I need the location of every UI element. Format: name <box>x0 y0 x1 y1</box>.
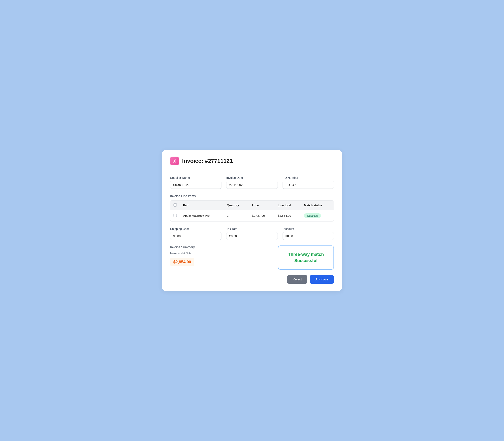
col-quantity: Quantity <box>224 201 248 210</box>
row-item: Apple MacBook Pro <box>180 210 224 221</box>
row-match-status: Success <box>301 210 334 221</box>
top-fields-row: Supplier Name Invoice Date PO Number <box>170 176 334 189</box>
tax-input[interactable] <box>226 232 277 240</box>
row-price: $1,427.00 <box>248 210 275 221</box>
invoice-date-label: Invoice Date <box>226 176 277 179</box>
row-checkbox-cell <box>170 210 180 221</box>
match-result-line2: Successful <box>294 258 318 263</box>
col-price: Price <box>248 201 275 210</box>
po-number-label: PO Number <box>283 176 334 179</box>
shipping-field-group: Shipping Cost <box>170 227 221 240</box>
col-checkbox <box>170 201 180 210</box>
card-header: Invoice: #27711121 <box>170 157 334 165</box>
supplier-input[interactable] <box>170 181 221 189</box>
col-match-status: Match status <box>301 201 334 210</box>
row-line-total: $2,854.00 <box>275 210 301 221</box>
svg-point-0 <box>174 159 175 161</box>
invoice-card: Invoice: #27711121 Supplier Name Invoice… <box>162 150 342 291</box>
discount-input[interactable] <box>283 232 334 240</box>
supplier-field-group: Supplier Name <box>170 176 221 189</box>
header-checkbox[interactable] <box>173 203 177 206</box>
header-divider <box>170 170 334 170</box>
invoice-date-field-group: Invoice Date <box>226 176 277 189</box>
discount-label: Discount <box>283 227 334 231</box>
row-checkbox[interactable] <box>173 214 177 217</box>
match-result-line1: Three-way match <box>288 252 324 257</box>
summary-section-label: Invoice Summary <box>170 245 243 249</box>
summary-right: Three-way match Successful <box>247 245 334 270</box>
table-row: Apple MacBook Pro 2 $1,427.00 $2,854.00 … <box>170 210 334 221</box>
summary-left: Invoice Summary Invoice Net Total $2,854… <box>170 245 243 266</box>
tax-label: Tax Total <box>226 227 277 231</box>
po-number-field-group: PO Number <box>283 176 334 189</box>
actions-row: Reject Approve <box>170 275 334 284</box>
match-status-badge: Success <box>304 213 321 218</box>
col-item: Item <box>180 201 224 210</box>
line-items-table: Item Quantity Price Line total Match sta… <box>170 201 334 221</box>
match-result-box: Three-way match Successful <box>278 245 334 270</box>
tax-field-group: Tax Total <box>226 227 277 240</box>
invoice-title: Invoice: #27711121 <box>182 158 233 164</box>
supplier-label: Supplier Name <box>170 176 221 179</box>
invoice-date-input[interactable] <box>226 181 277 189</box>
net-total-label: Invoice Net Total <box>170 252 243 255</box>
row-quantity: 2 <box>224 210 248 221</box>
summary-section: Invoice Summary Invoice Net Total $2,854… <box>170 245 334 270</box>
reject-button[interactable]: Reject <box>287 275 307 284</box>
cost-fields-row: Shipping Cost Tax Total Discount <box>170 227 334 240</box>
line-items-section-label: Invoice Line items <box>170 194 334 198</box>
line-items-table-container: Item Quantity Price Line total Match sta… <box>170 200 334 221</box>
po-number-input[interactable] <box>283 181 334 189</box>
approve-button[interactable]: Approve <box>310 275 334 284</box>
svg-point-1 <box>175 159 176 160</box>
invoice-icon <box>170 157 179 165</box>
discount-field-group: Discount <box>283 227 334 240</box>
shipping-label: Shipping Cost <box>170 227 221 231</box>
net-total-value: $2,854.00 <box>170 258 194 266</box>
shipping-input[interactable] <box>170 232 221 240</box>
table-header-row: Item Quantity Price Line total Match sta… <box>170 201 334 210</box>
match-result-text: Three-way match Successful <box>286 252 326 264</box>
col-line-total: Line total <box>275 201 301 210</box>
